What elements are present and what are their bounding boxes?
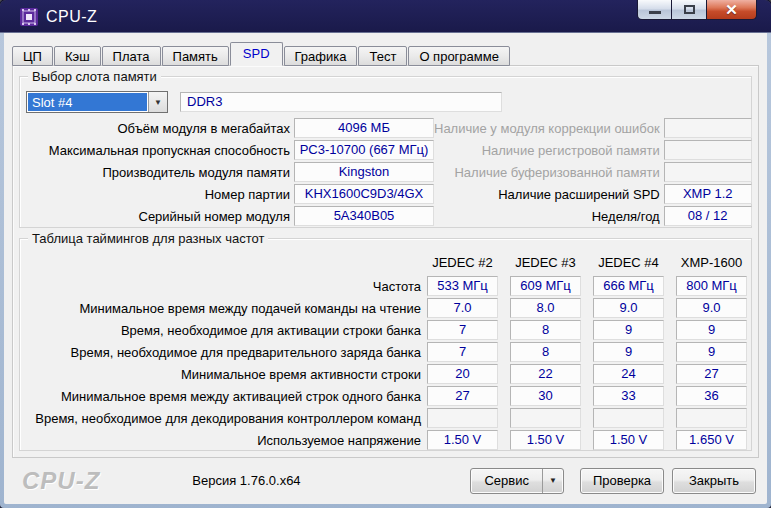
timing-row-frequency: Частота 533 МГц 609 МГц 666 МГц 800 МГц [24, 275, 747, 297]
tools-button[interactable]: Сервис ▼ [470, 468, 564, 494]
memory-slot-selected-value: Slot #4 [27, 92, 148, 112]
field-label: Максимальная пропускная способность [24, 143, 294, 158]
minimize-button[interactable] [637, 0, 672, 20]
timing-row-label: Время, необходимое для активации строки … [24, 323, 424, 338]
field-label: Наличие буферизованной памяти [434, 165, 664, 180]
tab-spd[interactable]: SPD [230, 42, 283, 66]
buffered-field [664, 162, 752, 182]
module-info-left: Объём модуля в мегабайтах 4096 МБ Максим… [24, 117, 434, 227]
timing-cell: 1.650 V [676, 430, 747, 450]
registered-field [664, 140, 752, 160]
tab-about[interactable]: О программе [408, 46, 510, 66]
timings-group: Таблица таймингов для разных частот JEDE… [19, 238, 752, 451]
memory-type-field: DDR3 [180, 92, 502, 112]
timing-cell: 33 [593, 386, 664, 406]
footer-bar: CPU-Z Версия 1.76.0.x64 Сервис ▼ Проверк… [4, 458, 767, 503]
chevron-down-icon[interactable]: ▼ [543, 469, 563, 493]
timing-cell: 20 [427, 364, 498, 384]
timing-cell [593, 408, 664, 428]
tab-cpu[interactable]: ЦП [12, 46, 53, 66]
manufacturer-field: Kingston [294, 162, 434, 182]
timing-cell: 27 [676, 364, 747, 384]
info-row-week-year: Неделя/год 08 / 12 [434, 205, 754, 227]
timing-cell: 24 [593, 364, 664, 384]
timing-row-label: Используемое напряжение [24, 433, 424, 448]
module-size-field: 4096 МБ [294, 118, 434, 138]
timing-row-label: Минимальное время между подачей команды … [24, 301, 424, 316]
timing-cell: 800 МГц [676, 276, 747, 296]
maximize-icon [684, 5, 695, 14]
timing-cell: 9 [676, 342, 747, 362]
field-label: Производитель модуля памяти [24, 165, 294, 180]
cpuz-logo: CPU-Z [22, 467, 100, 495]
tab-mainboard[interactable]: Плата [102, 46, 161, 66]
slot-group-title: Выбор слота памяти [28, 69, 161, 84]
timing-row-label: Минимальное время активности строки [24, 367, 424, 382]
memory-slot-select[interactable]: Slot #4 ▼ [26, 91, 168, 113]
info-row-manufacturer: Производитель модуля памяти Kingston [24, 161, 434, 183]
ecc-field [664, 118, 752, 138]
cpuz-app-icon [20, 8, 38, 26]
timing-cell: 8 [510, 320, 581, 340]
cpuz-window: CPU-Z ✕ ЦП Кэш Плата Память SPD Графика … [0, 0, 771, 508]
maximize-button[interactable] [672, 0, 707, 20]
timing-cell: 30 [510, 386, 581, 406]
info-row-spd-ext: Наличие расширений SPD XMP 1.2 [434, 183, 754, 205]
timing-row-cas: Минимальное время между подачей команды … [24, 297, 747, 319]
timing-cell: 9.0 [676, 298, 747, 318]
client-area: ЦП Кэш Плата Память SPD Графика Тест О п… [4, 33, 767, 504]
serial-number-field: 5A340B05 [294, 206, 434, 226]
timing-row-rc: Минимальное время между активацией строк… [24, 385, 747, 407]
tab-graphics[interactable]: Графика [284, 46, 358, 66]
tab-bench[interactable]: Тест [358, 46, 407, 66]
field-label: Наличие у модуля коррекции ошибок [434, 121, 664, 136]
info-row-size: Объём модуля в мегабайтах 4096 МБ [24, 117, 434, 139]
module-info-grid: Объём модуля в мегабайтах 4096 МБ Максим… [24, 117, 747, 227]
tools-button-label: Сервис [471, 469, 542, 493]
minimize-icon [649, 11, 661, 14]
field-label: Объём модуля в мегабайтах [24, 121, 294, 136]
info-row-ecc: Наличие у модуля коррекции ошибок [434, 117, 754, 139]
timing-row-ras: Минимальное время активности строки 20 2… [24, 363, 747, 385]
timing-row-label: Минимальное время между активацией строк… [24, 389, 424, 404]
timings-group-title: Таблица таймингов для разных частот [28, 231, 268, 246]
close-window-button[interactable]: Закрыть [672, 468, 756, 494]
timing-cell: 27 [427, 386, 498, 406]
field-label: Серийный номер модуля [24, 209, 294, 224]
timing-cell: 1.50 V [427, 430, 498, 450]
max-bandwidth-field: PC3-10700 (667 МГц) [294, 140, 434, 160]
field-label: Наличие регистровой памяти [434, 143, 664, 158]
validate-button[interactable]: Проверка [580, 468, 664, 494]
timing-cell: 7 [427, 320, 498, 340]
timing-cell: 533 МГц [427, 276, 498, 296]
close-button[interactable]: ✕ [707, 0, 757, 20]
tab-strip: ЦП Кэш Плата Память SPD Графика Тест О п… [12, 41, 759, 65]
column-header: JEDEC #4 [593, 255, 664, 270]
column-header: JEDEC #2 [427, 255, 498, 270]
timing-cell: 666 МГц [593, 276, 664, 296]
chevron-down-icon[interactable]: ▼ [148, 92, 167, 112]
timing-cell: 9 [676, 320, 747, 340]
tab-cache[interactable]: Кэш [54, 46, 101, 66]
info-row-serial: Серийный номер модуля 5A340B05 [24, 205, 434, 227]
field-label: Номер партии [24, 187, 294, 202]
timing-cell [510, 408, 581, 428]
timing-cell: 36 [676, 386, 747, 406]
timings-header-row: JEDEC #2 JEDEC #3 JEDEC #4 XMP-1600 [24, 249, 747, 275]
timing-cell [427, 408, 498, 428]
info-row-registered: Наличие регистровой памяти [434, 139, 754, 161]
column-header: XMP-1600 [676, 255, 747, 270]
info-row-buffered: Наличие буферизованной памяти [434, 161, 754, 183]
timing-cell: 9.0 [593, 298, 664, 318]
timing-cell: 7 [427, 342, 498, 362]
timing-row-label: Частота [24, 279, 424, 294]
timing-cell: 7.0 [427, 298, 498, 318]
timing-cell: 9 [593, 342, 664, 362]
tab-memory[interactable]: Память [162, 46, 229, 66]
week-year-field: 08 / 12 [664, 206, 752, 226]
close-icon: ✕ [725, 2, 738, 17]
timing-cell: 9 [593, 320, 664, 340]
timing-cell: 22 [510, 364, 581, 384]
field-label: Наличие расширений SPD [434, 187, 664, 202]
timing-row-label: Время, необходимое для предварительного … [24, 345, 424, 360]
